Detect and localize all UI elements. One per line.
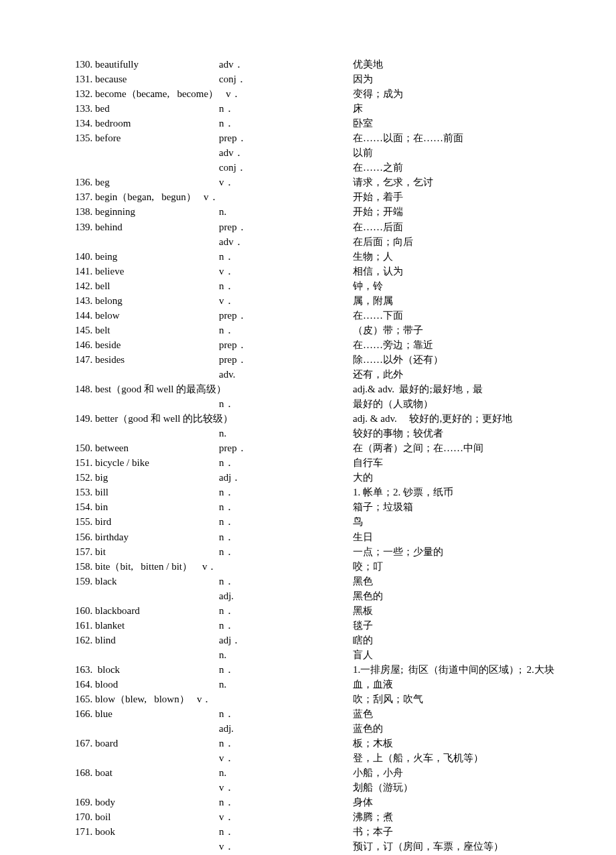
vocab-row: 155. birdn．鸟 bbox=[0, 514, 616, 529]
definition-column: 咬；叮 bbox=[353, 559, 616, 574]
word-column: 145. belt bbox=[0, 323, 219, 337]
word-column: 148. best（good 和 well 的最高级） bbox=[0, 382, 219, 396]
word-column bbox=[0, 721, 219, 736]
pos-column: v． bbox=[219, 264, 353, 279]
pos-column: n． bbox=[219, 706, 353, 721]
pos-column: n． bbox=[219, 249, 353, 264]
vocab-row: 131. becauseconj．因为 bbox=[0, 72, 616, 86]
vocab-row: 152. bigadj．大的 bbox=[0, 470, 616, 485]
word-column: 146. beside bbox=[0, 337, 219, 352]
pos-column: n． bbox=[219, 485, 353, 499]
definition-column: 1. 帐单；2. 钞票，纸币 bbox=[353, 485, 616, 499]
definition-column: 板；木板 bbox=[353, 736, 616, 751]
pos-column: prep． bbox=[219, 220, 353, 234]
vocab-row: 157. bitn．一点；一些；少量的 bbox=[0, 544, 616, 559]
pos-column: adj. bbox=[219, 721, 353, 736]
pos-column: prep． bbox=[219, 441, 353, 455]
word-column: 171. book bbox=[0, 824, 219, 839]
pos-column bbox=[219, 411, 353, 426]
definition-column: 蓝色 bbox=[353, 706, 616, 721]
pos-column: n． bbox=[219, 323, 353, 337]
word-column: 170. boil bbox=[0, 809, 219, 824]
word-column: 130. beautifully bbox=[0, 57, 219, 72]
vocab-row: 134. bedroomn．卧室 bbox=[0, 116, 616, 131]
definition-column: 登，上（船，火车，飞机等） bbox=[353, 751, 616, 765]
vocab-row: 138. beginningn.开始；开端 bbox=[0, 204, 616, 219]
word-column: 137. begin（began, begun） v． bbox=[0, 189, 219, 204]
pos-column: conj． bbox=[219, 160, 353, 175]
word-column: 150. between bbox=[0, 441, 219, 455]
definition-column: 在后面；向后 bbox=[353, 234, 616, 249]
vocab-row: adv．以前 bbox=[0, 145, 616, 160]
vocab-row: 165. blow（blew, blown） v．吹；刮风；吹气 bbox=[0, 692, 616, 706]
word-column: 166. blue bbox=[0, 706, 219, 721]
pos-column: prep． bbox=[219, 352, 353, 367]
pos-column: n． bbox=[219, 824, 353, 839]
vocab-row: 170. boilv．沸腾；煮 bbox=[0, 809, 616, 824]
vocab-row: 130. beautifullyadv．优美地 bbox=[0, 57, 616, 72]
word-column: 140. being bbox=[0, 249, 219, 264]
word-column bbox=[0, 396, 219, 411]
pos-column: v． bbox=[219, 780, 353, 795]
pos-column: v． bbox=[219, 809, 353, 824]
pos-column: v． bbox=[219, 293, 353, 308]
word-column: 133. bed bbox=[0, 101, 219, 116]
vocab-row: adv．在后面；向后 bbox=[0, 234, 616, 249]
word-column bbox=[0, 426, 219, 441]
vocab-row: 133. bedn．床 bbox=[0, 101, 616, 116]
vocab-row: 159. blackn．黑色 bbox=[0, 574, 616, 589]
word-column bbox=[0, 647, 219, 662]
word-column: 134. bedroom bbox=[0, 116, 219, 131]
vocab-row: 168. boatn.小船，小舟 bbox=[0, 765, 616, 780]
vocab-row: n．最好的（人或物） bbox=[0, 396, 616, 411]
vocab-row: v．预订，订（房间，车票，座位等） bbox=[0, 839, 616, 854]
pos-column: prep． bbox=[219, 308, 353, 323]
definition-column: （皮）带；带子 bbox=[353, 323, 616, 337]
word-column: 164. blood bbox=[0, 677, 219, 692]
word-column: 147. besides bbox=[0, 352, 219, 367]
pos-column bbox=[219, 86, 353, 101]
definition-column: 吹；刮风；吹气 bbox=[353, 692, 616, 706]
definition-column: 黑板 bbox=[353, 603, 616, 618]
definition-column: 在……之前 bbox=[353, 160, 616, 175]
definition-column: 在……后面 bbox=[353, 220, 616, 234]
vocab-row: 146. besideprep．在……旁边；靠近 bbox=[0, 337, 616, 352]
word-column: 144. below bbox=[0, 308, 219, 323]
word-column: 169. body bbox=[0, 795, 219, 809]
word-column: 157. bit bbox=[0, 544, 219, 559]
pos-column: conj． bbox=[219, 72, 353, 86]
definition-column: 小船，小舟 bbox=[353, 765, 616, 780]
vocab-row: 137. begin（began, begun） v．开始，着手 bbox=[0, 189, 616, 204]
pos-column: n． bbox=[219, 530, 353, 544]
pos-column: n． bbox=[219, 795, 353, 809]
vocab-row: n.盲人 bbox=[0, 647, 616, 662]
vocab-row: v．登，上（船，火车，飞机等） bbox=[0, 751, 616, 765]
word-column: 135. before bbox=[0, 131, 219, 145]
definition-column: 盲人 bbox=[353, 647, 616, 662]
definition-column: 箱子；垃圾箱 bbox=[353, 499, 616, 514]
pos-column: n． bbox=[219, 279, 353, 293]
definition-column: 血，血液 bbox=[353, 677, 616, 692]
vocab-row: 164. bloodn.血，血液 bbox=[0, 677, 616, 692]
definition-column: 1.一排房屋; 街区（街道中间的区域）; 2.大块 bbox=[353, 662, 616, 677]
definition-column: 最好的（人或物） bbox=[353, 396, 616, 411]
definition-column: 生物；人 bbox=[353, 249, 616, 264]
definition-column: 床 bbox=[353, 101, 616, 116]
pos-column: adj． bbox=[219, 470, 353, 485]
definition-column: 鸟 bbox=[353, 514, 616, 529]
definition-column: 书；本子 bbox=[353, 824, 616, 839]
pos-column bbox=[219, 189, 353, 204]
word-column bbox=[0, 751, 219, 765]
definition-column: 变得；成为 bbox=[353, 86, 616, 101]
definition-column: 大的 bbox=[353, 470, 616, 485]
definition-column: 预订，订（房间，车票，座位等） bbox=[353, 839, 616, 854]
vocab-row: 143. belongv．属，附属 bbox=[0, 293, 616, 308]
vocab-row: 166. bluen．蓝色 bbox=[0, 706, 616, 721]
word-column: 138. beginning bbox=[0, 204, 219, 219]
pos-column: n． bbox=[219, 116, 353, 131]
vocab-row: 158. bite（bit, bitten / bit） v．咬；叮 bbox=[0, 559, 616, 574]
definition-column: 还有，此外 bbox=[353, 367, 616, 382]
vocab-row: 156. birthdayn．生日 bbox=[0, 530, 616, 544]
definition-column: 划船（游玩） bbox=[353, 780, 616, 795]
pos-column: adj. bbox=[219, 589, 353, 603]
